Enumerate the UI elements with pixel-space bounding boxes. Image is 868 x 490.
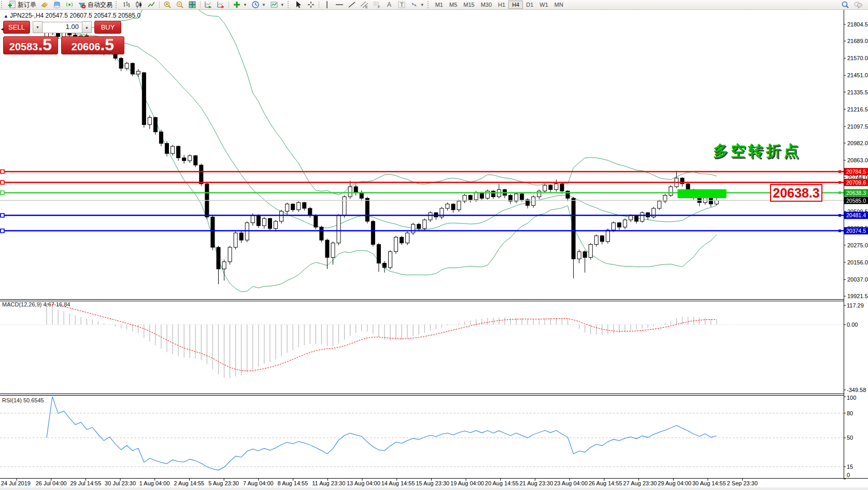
buy-price-display[interactable]: 20606 .5	[61, 36, 124, 54]
zoom-out-button[interactable]	[174, 1, 186, 9]
macd-tick-label: 117.29	[847, 302, 864, 309]
volume-decrease-button[interactable]: ▼	[33, 21, 42, 33]
sell-price-display[interactable]: 20583 .5	[3, 36, 58, 54]
hline-left-handle[interactable]	[1, 180, 4, 184]
search-button[interactable]	[839, 1, 851, 9]
toolbar-grip[interactable]	[288, 1, 291, 8]
arrows-tool-button[interactable]: ▼	[408, 1, 426, 9]
chat-icon	[853, 1, 863, 9]
vertical-line-tool-button[interactable]	[321, 1, 333, 9]
time-tick-label: 27 Aug 23:30	[623, 480, 657, 486]
candle-body	[474, 192, 478, 200]
objects-list-button[interactable]	[38, 1, 51, 9]
volume-increase-button[interactable]: ▲	[82, 21, 92, 33]
candle-body	[566, 191, 570, 198]
candle-body	[600, 236, 604, 242]
price-axis[interactable]: 21804.521689.021570.021451.021335.521216…	[844, 21, 868, 479]
hline-left-handle[interactable]	[1, 191, 4, 194]
timeframe-H1[interactable]: H1	[495, 1, 508, 9]
candle-body	[280, 211, 283, 221]
panel-collapse-icon[interactable]: ◄	[0, 27, 4, 32]
new-order-button[interactable]: 新订单	[6, 1, 38, 9]
time-tick-label: 13 Aug 04:00	[347, 480, 380, 486]
chart-shift-button[interactable]	[215, 1, 227, 9]
signals-button[interactable]	[63, 1, 76, 9]
zoom-in-button[interactable]	[161, 1, 174, 9]
toolbar-grip[interactable]	[428, 1, 431, 8]
bar-chart-type-button[interactable]	[120, 1, 133, 9]
horizontal-line-tool-button[interactable]	[333, 1, 346, 9]
channel-tool-button[interactable]: E	[358, 1, 371, 9]
candle-body	[382, 263, 386, 268]
toolbar-right	[839, 1, 868, 9]
candle-body	[411, 224, 415, 233]
timeframe-M15[interactable]: M15	[460, 1, 477, 9]
text-tool-icon: A	[385, 1, 393, 9]
timeframe-D1[interactable]: D1	[523, 1, 536, 9]
text-label-tool-button[interactable]: T	[395, 1, 408, 9]
toolbar-grip[interactable]	[1, 1, 5, 8]
timeframe-M5[interactable]: M5	[446, 1, 460, 9]
hline-right-handle[interactable]	[838, 181, 841, 184]
auto-scroll-button[interactable]	[202, 1, 215, 9]
hline-left-handle[interactable]	[1, 170, 4, 173]
volume-field[interactable]: 1.00	[42, 22, 82, 33]
candle-body	[463, 195, 466, 201]
candle-body	[268, 218, 272, 228]
crosshair-tool-button[interactable]	[305, 1, 317, 9]
rsi-tick-label: 100	[847, 395, 856, 401]
toolbar-grip[interactable]	[116, 1, 119, 8]
chat-button[interactable]	[851, 1, 865, 9]
line-chart-type-button[interactable]	[145, 1, 158, 9]
buy-button[interactable]: BUY	[94, 21, 121, 34]
candle-body	[343, 197, 346, 216]
horizontal-line-icon	[335, 1, 344, 9]
timeframe-M30[interactable]: M30	[478, 1, 495, 9]
candle-body	[274, 221, 278, 229]
timeframe-MN[interactable]: MN	[551, 1, 566, 9]
annotation-text[interactable]: 多空转折点	[713, 141, 801, 162]
bollinger-lower-band	[47, 32, 717, 292]
candle-body	[692, 190, 695, 197]
candle-body	[417, 224, 421, 228]
time-tick-label: 20 Aug 14:55	[485, 480, 519, 486]
time-axis[interactable]: 24 Jul 201926 Jul 04:0029 Jul 14:5530 Ju…	[1, 479, 758, 486]
indicators-button[interactable]: ▼	[231, 1, 249, 9]
candle-body	[337, 216, 340, 243]
candle-body	[486, 191, 489, 198]
candle-body	[222, 262, 226, 269]
autotrading-button[interactable]: 自动交易	[76, 1, 115, 9]
text-tool-button[interactable]: A	[383, 1, 395, 9]
time-tick-label: 7 Aug 04:00	[243, 480, 274, 486]
channel-icon: E	[360, 1, 368, 9]
cursor-tool-button[interactable]	[292, 1, 305, 9]
tile-windows-button[interactable]	[186, 1, 198, 9]
candle-body	[348, 187, 352, 197]
highlight-rectangle[interactable]	[678, 189, 727, 198]
timeframe-H4[interactable]: H4	[508, 1, 523, 9]
fibonacci-tool-button[interactable]: F	[371, 1, 383, 9]
candle-body	[560, 184, 564, 191]
hline-left-handle[interactable]	[1, 214, 4, 217]
price-callout-label[interactable]: 20638.3	[770, 184, 822, 202]
candle-body	[451, 204, 455, 209]
price-tick-label: 20509.5	[847, 208, 868, 215]
timeframe-W1[interactable]: W1	[536, 1, 551, 9]
timeframe-M1[interactable]: M1	[432, 1, 446, 9]
time-tick-label: 24 Jul 2019	[1, 480, 31, 486]
trendline-tool-button[interactable]	[346, 1, 358, 9]
hline-right-handle[interactable]	[838, 170, 841, 173]
hline-right-handle[interactable]	[838, 191, 841, 194]
price-badge-label: 20638.3	[846, 190, 866, 196]
hline-right-handle[interactable]	[838, 230, 841, 232]
candle-body	[549, 185, 552, 189]
candlestick-chart-type-button[interactable]	[133, 1, 145, 9]
profiles-button[interactable]	[51, 1, 63, 9]
candle-body	[171, 146, 175, 153]
templates-button[interactable]: ▼	[268, 1, 287, 9]
hline-right-handle[interactable]	[838, 214, 841, 217]
candle-body	[360, 192, 363, 198]
sell-button[interactable]: SELL	[3, 21, 30, 34]
periods-button[interactable]: ▼	[249, 1, 268, 9]
hline-left-handle[interactable]	[1, 229, 4, 233]
